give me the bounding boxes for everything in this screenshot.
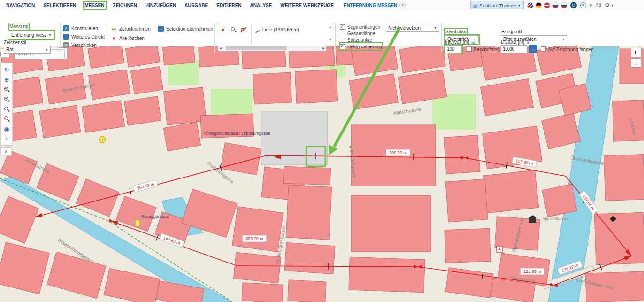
- scroll-left-icon[interactable]: ◀: [218, 46, 223, 50]
- messung-label: Messung: [9, 24, 29, 29]
- menu-tab-navigation[interactable]: NAVIGATION: [6, 3, 35, 8]
- arrow-right-icon: →: [63, 34, 69, 40]
- beschriftung-checkbox[interactable]: [467, 46, 472, 52]
- save-icon[interactable]: 🖫: [596, 2, 601, 8]
- zuruecknehmen-button[interactable]: ↩ Zurücknehmen: [111, 26, 151, 32]
- checkbox-stützpunkte[interactable]: [340, 38, 345, 43]
- flag-ru-icon[interactable]: [561, 2, 567, 8]
- gear-icon: ⚙: [605, 2, 610, 8]
- pin-icon[interactable]: ⌖: [590, 2, 593, 8]
- checkbox-label: Stützpunkte: [347, 38, 372, 43]
- construct-icon: ∠: [63, 25, 69, 31]
- scroll-up-icon[interactable]: ▲: [329, 25, 332, 28]
- beschriftung-label: Beschriftung: [474, 47, 500, 52]
- chevron-down-icon: ▼: [43, 48, 48, 51]
- menu-tab-weitere-werkzeuge[interactable]: WEITERE WERKZEUGE: [280, 3, 333, 8]
- visible-themes-dropdown[interactable]: ▤ Sichtbare Themen ▼: [470, 1, 524, 9]
- svg-text:309,79 m: 309,79 m: [245, 236, 263, 241]
- line-icon: [255, 28, 261, 32]
- map-tools: ↻⊕+−·◉+: [0, 63, 13, 146]
- refresh-tool[interactable]: ↻: [2, 65, 11, 75]
- checkbox-label: Hektometrierung: [347, 44, 382, 49]
- menu-tab-selektieren[interactable]: SELEKTIEREN: [43, 3, 76, 8]
- museum-marker: [529, 217, 536, 223]
- konstruieren-button[interactable]: ∠ Konstruieren: [63, 25, 98, 31]
- menu-tab-zeichnen[interactable]: ZEICHNEN: [113, 3, 137, 8]
- snap-off-icon[interactable]: [240, 26, 247, 33]
- scrollbar-thumb[interactable]: [226, 46, 287, 50]
- alle-loeschen-button[interactable]: × Alle löschen: [111, 35, 145, 41]
- close-tab-icon[interactable]: ✕: [399, 2, 406, 8]
- chevron-down-icon: ▼: [560, 38, 565, 41]
- delete-measure-icon[interactable]: ×: [219, 26, 227, 33]
- weiteres-objekt-button[interactable]: → Weiteres Objekt: [63, 34, 105, 40]
- menu-tab-ausgabe[interactable]: AUSGABE: [184, 3, 208, 8]
- measurement-label: 309,79 m: [242, 235, 266, 242]
- language-flags: [527, 2, 567, 8]
- svg-text:T: T: [101, 138, 104, 142]
- settings-button[interactable]: ⚙ ▼: [605, 2, 614, 8]
- measure-options: SegmentlängenGesamtlängeStützpunkteHekto…: [340, 23, 382, 50]
- checkbox-segmentlängen[interactable]: [340, 24, 345, 30]
- messung-dropdown[interactable]: Entfernung messen ▼: [9, 31, 54, 39]
- svg-text:121,86 m: 121,86 m: [523, 269, 541, 274]
- grid-icon: ⊞: [471, 40, 475, 45]
- menu-tab-messen[interactable]: MESSEN: [84, 3, 104, 8]
- tab-entfernung-messen[interactable]: ENTFERNUNG MESSEN ✕: [344, 2, 406, 8]
- application-window: NAVIGATIONSELEKTIERENMESSENZEICHNENHINZU…: [0, 0, 644, 302]
- zoom-out-tool[interactable]: −: [2, 94, 11, 104]
- flag-at-icon[interactable]: [544, 2, 550, 8]
- globe-icon[interactable]: C: [570, 2, 577, 8]
- street-label: Roseggerhaus: [141, 214, 169, 219]
- measurement-label: 121,86 m: [520, 268, 544, 275]
- menu-tab-editieren[interactable]: EDITIEREN: [216, 3, 241, 8]
- chevron-down-icon: ▼: [46, 33, 52, 37]
- menu-tab-hinzuf-gen[interactable]: HINZUFÜGEN: [146, 3, 176, 8]
- flag-de-icon[interactable]: [536, 2, 542, 8]
- geometry-list-item[interactable]: Linie (1369,69 m): [254, 26, 300, 33]
- map-canvas[interactable]: StrauchergasseVolksgartenstraße / Orpheu…: [0, 46, 644, 302]
- active-tab-label: ENTFERNUNG MESSEN: [344, 3, 397, 8]
- collapse-tools-button[interactable]: ∧: [0, 147, 12, 156]
- street-label: Mariahilferplatz: [543, 217, 568, 221]
- delete-all-icon: ×: [111, 35, 117, 41]
- undo-icon: ↩: [111, 26, 117, 32]
- zeichenstil-label: Zeichenstil: [4, 40, 26, 45]
- selektion-uebernehmen-button[interactable]: → Selektion übernehmen: [158, 26, 213, 32]
- legend-button[interactable]: L: [631, 48, 641, 57]
- distanz-input[interactable]: [501, 45, 527, 53]
- svg-text:209,92 m: 209,92 m: [389, 150, 407, 155]
- menu-bar: NAVIGATIONSELEKTIERENMESSENZEICHNENHINZU…: [0, 0, 644, 11]
- overview-tool[interactable]: ⊕: [2, 75, 11, 85]
- checkbox-hektometrierung[interactable]: [340, 44, 345, 49]
- zoom-to-measure-icon[interactable]: [230, 26, 237, 33]
- apply-distance-button[interactable]: →: [529, 45, 537, 53]
- zoom-in-tool[interactable]: +: [2, 85, 11, 94]
- poi-yellow-marker: [135, 220, 140, 226]
- zoom-last-tool[interactable]: ·: [2, 114, 11, 124]
- scroll-down-icon[interactable]: ▼: [329, 39, 332, 42]
- street-label: Volksgartenstraße / Orpheumgasse: [204, 131, 270, 136]
- auf-zeichnung-fangen-checkbox[interactable]: [541, 46, 546, 52]
- versetzen-dropdown[interactable]: Nicht versetzen ▼: [386, 24, 439, 32]
- send-icon: ✉: [63, 42, 69, 48]
- measure-tool-button[interactable]: ↕: [631, 58, 641, 68]
- verschicken-button[interactable]: ✉ Verschicken: [63, 42, 97, 48]
- option-row-0: Segmentlängen: [340, 23, 382, 30]
- flag-si-icon[interactable]: [552, 2, 559, 8]
- zeichenstil-dropdown[interactable]: Rot ▼: [4, 46, 51, 54]
- chevron-down-icon: ▼: [432, 26, 437, 30]
- menu-tab-analyse[interactable]: ANALYSE: [250, 3, 272, 8]
- intervall-input[interactable]: [445, 45, 462, 53]
- scroll-right-icon[interactable]: ▶: [321, 46, 326, 50]
- flag-uk-icon[interactable]: [527, 2, 533, 8]
- arrow-right-icon: →: [158, 26, 164, 32]
- checkbox-gesamtlänge[interactable]: [340, 31, 345, 36]
- zoom-window-tool[interactable]: [2, 104, 11, 114]
- checkbox-label: Segmentlängen: [347, 24, 380, 30]
- symbolart-label: Symbolart: [445, 29, 467, 34]
- center-marker-tool[interactable]: ◉: [2, 124, 11, 134]
- horizontal-scrollbar[interactable]: ◀ ▶: [218, 46, 326, 51]
- pan-extent-tool[interactable]: +: [2, 134, 11, 144]
- help-icon[interactable]: ?: [580, 2, 586, 8]
